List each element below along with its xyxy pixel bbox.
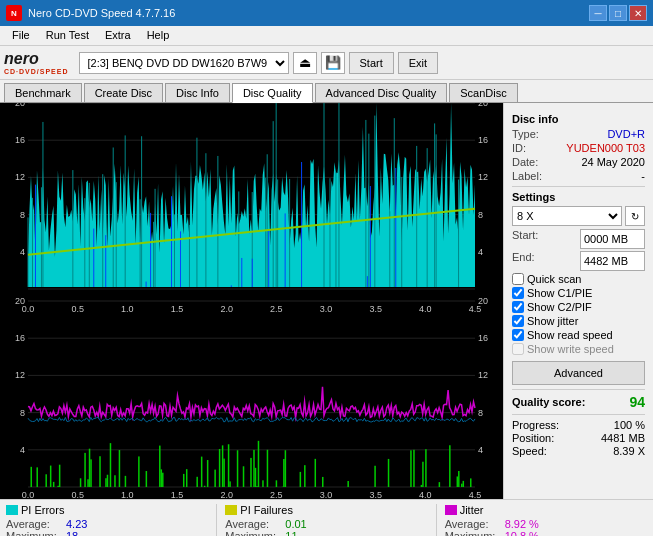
disc-type-row: Type: DVD+R xyxy=(512,128,645,140)
charts-area xyxy=(0,103,503,499)
settings-title: Settings xyxy=(512,191,645,203)
start-mb-input[interactable] xyxy=(580,229,645,249)
pi-errors-color xyxy=(6,505,18,515)
quick-scan-checkbox[interactable] xyxy=(512,273,524,285)
position-value: 4481 MB xyxy=(601,432,645,444)
pi-failures-section: PI Failures Average: 0.01 Maximum: 11 To… xyxy=(225,504,427,536)
logo: nero CD·DVD/SPEED xyxy=(4,50,69,75)
show-read-row: Show read speed xyxy=(512,329,645,341)
sep-1 xyxy=(216,504,217,536)
speed-stat-row: Speed: 8.39 X xyxy=(512,445,645,457)
date-label: Date: xyxy=(512,156,538,168)
show-jitter-label: Show jitter xyxy=(527,315,578,327)
pif-avg-value: 0.01 xyxy=(285,518,306,530)
jitter-color xyxy=(445,505,457,515)
progress-row: Progress: 100 % xyxy=(512,419,645,431)
disc-info-title: Disc info xyxy=(512,113,645,125)
menubar: File Run Test Extra Help xyxy=(0,26,653,46)
quick-scan-row: Quick scan xyxy=(512,273,645,285)
chart-canvas xyxy=(0,103,503,499)
pi-avg-value: 4.23 xyxy=(66,518,87,530)
end-mb-label: End: xyxy=(512,251,535,271)
show-jitter-row: Show jitter xyxy=(512,315,645,327)
minimize-button[interactable]: ─ xyxy=(589,5,607,21)
advanced-button[interactable]: Advanced xyxy=(512,361,645,385)
tab-bar: Benchmark Create Disc Disc Info Disc Qua… xyxy=(0,80,653,103)
pi-max-label: Maximum: xyxy=(6,530,62,536)
pif-avg-row: Average: 0.01 xyxy=(225,518,427,530)
jitter-section: Jitter Average: 8.92 % Maximum: 10.8 % P… xyxy=(445,504,647,536)
start-mb-label: Start: xyxy=(512,229,538,249)
titlebar-left: N Nero CD-DVD Speed 4.7.7.16 xyxy=(6,5,175,21)
save-button[interactable]: 💾 xyxy=(321,52,345,74)
menu-help[interactable]: Help xyxy=(139,28,178,43)
tab-create-disc[interactable]: Create Disc xyxy=(84,83,163,102)
pif-max-row: Maximum: 11 xyxy=(225,530,427,536)
divider-3 xyxy=(512,414,645,415)
close-button[interactable]: ✕ xyxy=(629,5,647,21)
start-button[interactable]: Start xyxy=(349,52,394,74)
main-area: Disc info Type: DVD+R ID: YUDEN000 T03 D… xyxy=(0,103,653,499)
menu-run-test[interactable]: Run Test xyxy=(38,28,97,43)
disc-label-row: Label: - xyxy=(512,170,645,182)
right-panel: Disc info Type: DVD+R ID: YUDEN000 T03 D… xyxy=(503,103,653,499)
show-read-checkbox[interactable] xyxy=(512,329,524,341)
toolbar: nero CD·DVD/SPEED [2:3] BENQ DVD DD DW16… xyxy=(0,46,653,80)
show-c1-checkbox[interactable] xyxy=(512,287,524,299)
menu-file[interactable]: File xyxy=(4,28,38,43)
tab-benchmark[interactable]: Benchmark xyxy=(4,83,82,102)
tab-advanced-disc-quality[interactable]: Advanced Disc Quality xyxy=(315,83,448,102)
speed-select[interactable]: 8 X xyxy=(512,206,622,226)
exit-button[interactable]: Exit xyxy=(398,52,438,74)
menu-extra[interactable]: Extra xyxy=(97,28,139,43)
tab-disc-info[interactable]: Disc Info xyxy=(165,83,230,102)
pi-errors-section: PI Errors Average: 4.23 Maximum: 18 Tota… xyxy=(6,504,208,536)
quick-scan-label: Quick scan xyxy=(527,273,581,285)
show-c2-label: Show C2/PIF xyxy=(527,301,592,313)
refresh-button[interactable]: ↻ xyxy=(625,206,645,226)
drive-selector[interactable]: [2:3] BENQ DVD DD DW1620 B7W9 xyxy=(79,52,289,74)
show-write-row: Show write speed xyxy=(512,343,645,355)
show-c2-row: Show C2/PIF xyxy=(512,301,645,313)
show-write-label: Show write speed xyxy=(527,343,614,355)
id-label: ID: xyxy=(512,142,526,154)
pi-errors-legend: PI Errors xyxy=(6,504,208,516)
label-value: - xyxy=(641,170,645,182)
tab-scandisc[interactable]: ScanDisc xyxy=(449,83,517,102)
position-row: Position: 4481 MB xyxy=(512,432,645,444)
pif-avg-label: Average: xyxy=(225,518,281,530)
date-value: 24 May 2020 xyxy=(581,156,645,168)
progress-value: 100 % xyxy=(614,419,645,431)
pi-failures-color xyxy=(225,505,237,515)
pif-max-value: 11 xyxy=(285,530,297,536)
position-label: Position: xyxy=(512,432,554,444)
show-write-checkbox xyxy=(512,343,524,355)
jitter-legend: Jitter xyxy=(445,504,647,516)
jitter-avg-row: Average: 8.92 % xyxy=(445,518,647,530)
quality-score-label: Quality score: xyxy=(512,396,585,408)
end-mb-input[interactable] xyxy=(580,251,645,271)
speed-stat-value: 8.39 X xyxy=(613,445,645,457)
show-c1-row: Show C1/PIE xyxy=(512,287,645,299)
maximize-button[interactable]: □ xyxy=(609,5,627,21)
jitter-max-row: Maximum: 10.8 % xyxy=(445,530,647,536)
nero-logo: nero xyxy=(4,50,39,68)
pi-failures-legend-label: PI Failures xyxy=(240,504,293,516)
jitter-avg-label: Average: xyxy=(445,518,501,530)
label-label: Label: xyxy=(512,170,542,182)
show-c2-checkbox[interactable] xyxy=(512,301,524,313)
titlebar-controls[interactable]: ─ □ ✕ xyxy=(589,5,647,21)
pi-errors-data: Average: 4.23 Maximum: 18 Total: 75754 xyxy=(6,518,208,536)
pi-failures-legend: PI Failures xyxy=(225,504,427,516)
nero-sub: CD·DVD/SPEED xyxy=(4,68,69,75)
divider-1 xyxy=(512,186,645,187)
tab-disc-quality[interactable]: Disc Quality xyxy=(232,83,313,103)
app-icon: N xyxy=(6,5,22,21)
progress-label: Progress: xyxy=(512,419,559,431)
jitter-max-value: 10.8 % xyxy=(505,530,539,536)
jitter-data: Average: 8.92 % Maximum: 10.8 % PO failu… xyxy=(445,518,647,536)
eject-button[interactable]: ⏏ xyxy=(293,52,317,74)
jitter-max-label: Maximum: xyxy=(445,530,501,536)
quality-score-value: 94 xyxy=(629,394,645,410)
show-jitter-checkbox[interactable] xyxy=(512,315,524,327)
